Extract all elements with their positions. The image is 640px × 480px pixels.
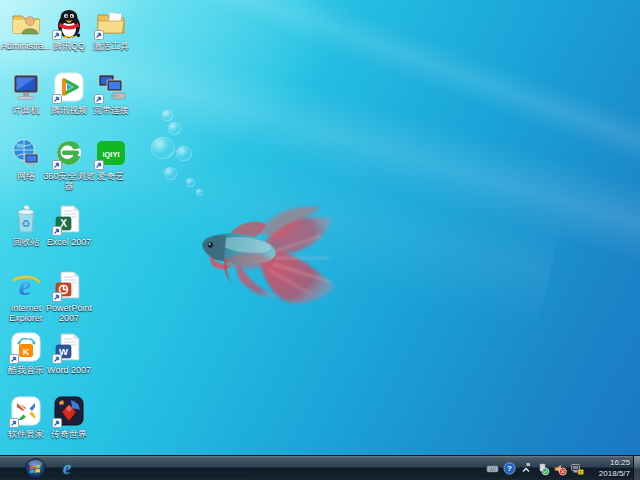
taskbar-clock[interactable]: 16:25 2018/5/7 xyxy=(586,457,630,479)
safety-check-icon[interactable] xyxy=(536,462,550,476)
network-warning-icon[interactable] xyxy=(570,462,584,476)
clock-time: 16:25 xyxy=(586,457,630,468)
tools-folder-icon xyxy=(94,6,128,40)
user-folder-icon xyxy=(9,6,43,40)
software-manager-icon xyxy=(9,394,43,428)
legend-world-game-icon xyxy=(52,394,86,428)
360-browser-icon xyxy=(52,136,86,170)
svg-text:?: ? xyxy=(507,464,512,473)
show-desktop-button[interactable] xyxy=(633,456,640,480)
bubble xyxy=(164,167,177,180)
desktop-icon-excel-2007[interactable]: X Excel 2007 xyxy=(43,202,95,247)
shortcut-arrow-badge xyxy=(94,30,104,40)
svg-text:K: K xyxy=(23,347,30,357)
shortcut-arrow-badge xyxy=(52,94,62,104)
desktop-icon-iqiyi[interactable]: iQIYI 爱奇艺 xyxy=(85,136,137,181)
qq-penguin-icon xyxy=(52,6,86,40)
input-indicator-icon[interactable] xyxy=(485,462,499,476)
volume-muted-icon[interactable] xyxy=(553,462,567,476)
shortcut-arrow-badge xyxy=(52,354,62,364)
tencent-video-play-icon xyxy=(52,70,86,104)
internet-explorer-icon: e xyxy=(9,268,43,302)
taskbar: e ? 16:25 2018/5/7 xyxy=(0,455,640,480)
help-icon[interactable]: ? xyxy=(502,462,516,476)
excel-icon: X xyxy=(52,202,86,236)
recycle-bin-icon: ♻ xyxy=(9,202,43,236)
network-globe-icon xyxy=(9,136,43,170)
kuwo-music-icon: K xyxy=(9,330,43,364)
shortcut-arrow-badge xyxy=(94,94,104,104)
shortcut-arrow-badge xyxy=(52,418,62,428)
shortcut-arrow-badge xyxy=(9,418,19,428)
icon-label: 激活工具 xyxy=(93,41,129,51)
svg-text:♻: ♻ xyxy=(22,218,31,229)
desktop-icon-word-2007[interactable]: W Word 2007 xyxy=(43,330,95,375)
ie-icon: e xyxy=(63,457,71,479)
desktop-icon-activation-tools[interactable]: 激活工具 xyxy=(85,6,137,51)
bubble xyxy=(168,122,181,135)
iqiyi-icon: iQIYI xyxy=(94,136,128,170)
powerpoint-icon xyxy=(52,268,86,302)
bubble xyxy=(176,146,192,161)
show-hidden-icons-chevron[interactable] xyxy=(519,462,533,476)
desktop-icon-broadband-connection[interactable]: 宽带连接 xyxy=(85,70,137,115)
desktop-surface[interactable]: Administra... 腾讯QQ xyxy=(0,0,640,480)
icon-label: 网络 xyxy=(17,171,35,181)
icon-label: 回收站 xyxy=(13,237,40,247)
icon-label: 腾讯视频 xyxy=(51,105,87,115)
icon-label: Excel 2007 xyxy=(47,237,92,247)
system-tray: ? xyxy=(485,456,584,480)
start-button[interactable] xyxy=(25,458,46,479)
svg-text:iQIYI: iQIYI xyxy=(102,150,119,159)
taskbar-internet-explorer-button[interactable]: e xyxy=(54,456,80,480)
icon-label: Word 2007 xyxy=(47,365,91,375)
shortcut-arrow-badge xyxy=(52,226,62,236)
clock-date: 2018/5/7 xyxy=(586,468,630,479)
desktop-icon-powerpoint-2007[interactable]: PowerPoint 2007 xyxy=(43,268,95,323)
icon-label: 宽带连接 xyxy=(93,105,129,115)
word-icon: W xyxy=(52,330,86,364)
shortcut-arrow-badge xyxy=(9,354,19,364)
shortcut-arrow-badge xyxy=(52,30,62,40)
computer-monitor-icon xyxy=(9,70,43,104)
shortcut-arrow-badge xyxy=(52,292,62,302)
svg-text:e: e xyxy=(19,270,31,301)
icon-label: 酷我音乐 xyxy=(8,365,44,375)
icon-label: 软件管家 xyxy=(8,429,44,439)
icon-label: PowerPoint 2007 xyxy=(43,303,95,323)
desktop-icon-legend-world[interactable]: 传奇世界 xyxy=(43,394,95,439)
icon-label: 传奇世界 xyxy=(51,429,87,439)
bubble xyxy=(186,178,195,187)
broadband-connection-icon xyxy=(94,70,128,104)
icon-label: 腾讯QQ xyxy=(53,41,85,51)
icon-label: 爱奇艺 xyxy=(98,171,125,181)
betta-fish-image xyxy=(193,192,343,310)
icon-label: 计算机 xyxy=(13,105,40,115)
shortcut-arrow-badge xyxy=(52,160,62,170)
shortcut-arrow-badge xyxy=(94,160,104,170)
bubble xyxy=(151,137,175,159)
bubble xyxy=(162,110,173,121)
